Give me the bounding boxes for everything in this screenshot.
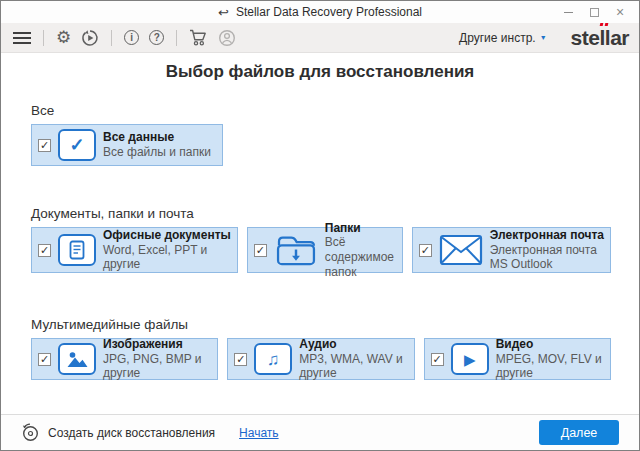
card-title: Папки <box>325 221 396 236</box>
checkbox[interactable] <box>38 353 51 366</box>
other-tools-label: Другие инстр. <box>459 31 536 45</box>
video-play-icon: ▶ <box>451 343 489 375</box>
toolbar: ⚙ i ? Другие <box>1 23 639 53</box>
window-title: Stellar Data Recovery Professional <box>236 5 422 19</box>
card-subtitle: Электронная почта MS Outlook <box>490 243 604 272</box>
checkbox[interactable] <box>419 244 432 257</box>
document-icon <box>58 234 96 266</box>
minimize-icon <box>564 12 573 13</box>
card-subtitle: Все файлы и папки <box>103 145 211 160</box>
card-text: Папки Всё содержимое папок <box>325 221 396 280</box>
shopping-cart-icon[interactable] <box>189 29 208 46</box>
resume-recovery-icon[interactable] <box>81 29 99 47</box>
section-label: Мультимедийные файлы <box>31 317 611 332</box>
card-text: Все данные Все файлы и папки <box>103 130 211 159</box>
checkbox[interactable] <box>38 244 51 257</box>
card-title: Офисные документы <box>103 228 231 243</box>
section-multimedia: Мультимедийные файлы Изображения JPG, PN… <box>31 317 611 380</box>
card-title: Видео <box>496 337 604 352</box>
back-arrow-icon[interactable]: ↩ <box>218 6 229 19</box>
info-icon[interactable]: i <box>124 30 139 45</box>
checkbox[interactable] <box>38 139 51 152</box>
card-row: Офисные документы Word, Excel, PPT и дру… <box>31 227 611 273</box>
card-audio[interactable]: ♫ Аудио MP3, WMA, WAV и другие <box>227 338 414 380</box>
card-title: Изображения <box>103 337 211 352</box>
recovery-disc-icon <box>21 423 40 442</box>
section-label: Все <box>31 103 611 118</box>
play-glyph: ▶ <box>464 352 476 367</box>
card-all-data[interactable]: ✓ Все данные Все файлы и папки <box>31 124 223 166</box>
card-title: Аудио <box>299 337 407 352</box>
toolbar-separator <box>176 30 177 46</box>
footer-bar: Создать диск восстановления Начать Далее <box>1 414 639 450</box>
card-subtitle: Word, Excel, PPT и другие <box>103 243 231 272</box>
window-controls: × <box>555 1 633 23</box>
card-title: Все данные <box>103 130 211 145</box>
help-icon[interactable]: ? <box>149 30 164 45</box>
card-office-documents[interactable]: Офисные документы Word, Excel, PPT и дру… <box>31 227 238 273</box>
checkbox[interactable] <box>234 353 247 366</box>
settings-gear-icon[interactable]: ⚙ <box>56 29 71 46</box>
card-text: Видео MPEG, MOV, FLV и другие <box>496 337 604 381</box>
music-note-icon: ♫ <box>254 343 292 375</box>
card-row: Изображения JPG, PNG, BMP и другие ♫ Ауд… <box>31 338 611 380</box>
other-tools-dropdown[interactable]: Другие инстр. ▼ <box>459 31 547 45</box>
account-person-icon[interactable] <box>218 29 236 47</box>
card-video[interactable]: ▶ Видео MPEG, MOV, FLV и другие <box>424 338 611 380</box>
stellar-logo: stellar <box>571 27 629 48</box>
card-images[interactable]: Изображения JPG, PNG, BMP и другие <box>31 338 218 380</box>
section-all: Все ✓ Все данные Все файлы и папки <box>31 103 611 166</box>
toolbar-separator <box>111 30 112 46</box>
card-subtitle: JPG, PNG, BMP и другие <box>103 352 211 381</box>
card-email[interactable]: Электронная почта Электронная почта MS O… <box>412 227 611 273</box>
card-title: Электронная почта <box>490 228 604 243</box>
music-glyph: ♫ <box>267 351 280 368</box>
folder-download-icon <box>274 233 318 267</box>
card-text: Изображения JPG, PNG, BMP и другие <box>103 337 211 381</box>
app-window: ↩ Stellar Data Recovery Professional × ⚙… <box>0 0 640 451</box>
check-icon: ✓ <box>58 129 96 161</box>
create-recovery-disk-label: Создать диск восстановления <box>48 426 215 440</box>
page-title: Выбор файлов для восстановления <box>1 62 639 82</box>
section-documents: Документы, папки и почта Офисные докумен… <box>31 206 611 273</box>
maximize-button[interactable] <box>581 1 607 23</box>
next-button[interactable]: Далее <box>539 420 619 445</box>
envelope-icon <box>439 233 483 267</box>
toolbar-separator <box>43 30 44 46</box>
title-group: ↩ Stellar Data Recovery Professional <box>218 5 422 19</box>
card-text: Аудио MP3, WMA, WAV и другие <box>299 337 407 381</box>
image-icon <box>58 343 96 375</box>
card-text: Электронная почта Электронная почта MS O… <box>490 228 604 272</box>
minimize-button[interactable] <box>555 1 581 23</box>
checkbox[interactable] <box>431 353 444 366</box>
check-glyph: ✓ <box>69 136 84 154</box>
start-link[interactable]: Начать <box>239 426 279 440</box>
checkbox[interactable] <box>254 244 267 257</box>
card-text: Офисные документы Word, Excel, PPT и дру… <box>103 228 231 272</box>
main-content: Выбор файлов для восстановления Все ✓ Вс… <box>1 62 639 425</box>
title-bar: ↩ Stellar Data Recovery Professional × <box>1 1 639 23</box>
card-subtitle: MP3, WMA, WAV и другие <box>299 352 407 381</box>
chevron-down-icon: ▼ <box>540 34 547 41</box>
card-subtitle: MPEG, MOV, FLV и другие <box>496 352 604 381</box>
card-subtitle: Всё содержимое папок <box>325 235 396 279</box>
card-folders[interactable]: Папки Всё содержимое папок <box>247 227 403 273</box>
maximize-icon <box>590 8 599 17</box>
section-label: Документы, папки и почта <box>31 206 611 221</box>
menu-icon[interactable] <box>13 32 31 44</box>
close-button[interactable]: × <box>607 1 633 23</box>
card-row: ✓ Все данные Все файлы и папки <box>31 124 611 166</box>
